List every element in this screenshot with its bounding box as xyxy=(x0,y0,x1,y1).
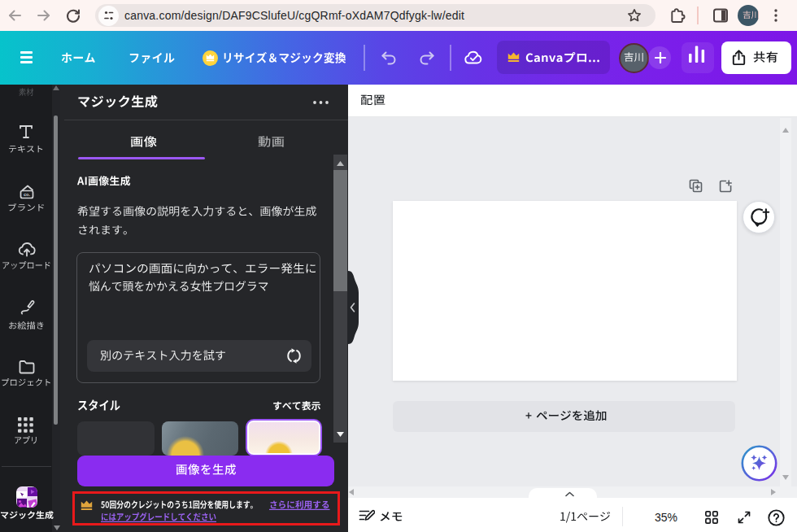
svg-text:co.: co. xyxy=(24,192,31,197)
